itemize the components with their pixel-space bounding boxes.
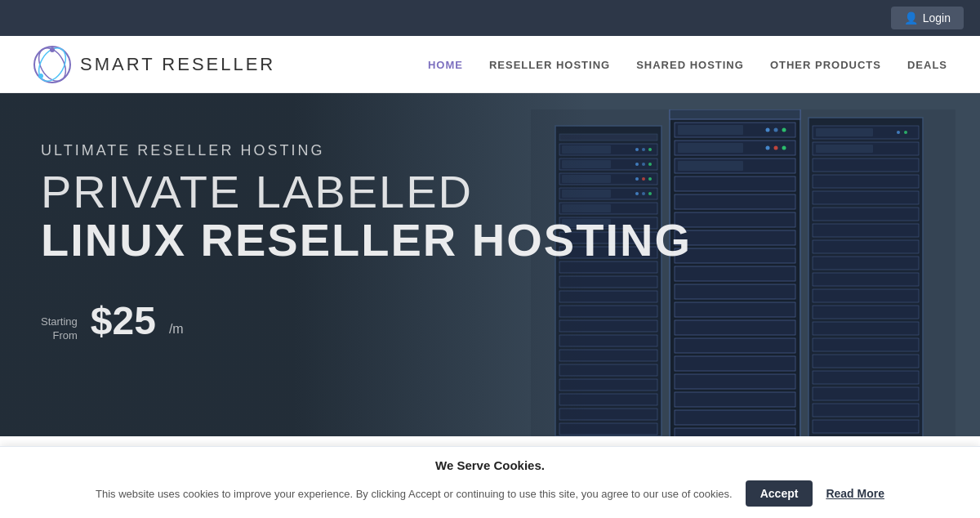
svg-point-79 <box>904 131 907 134</box>
nav-item-home[interactable]: HOME <box>428 57 463 72</box>
login-label: Login <box>923 11 951 25</box>
user-icon: 👤 <box>904 11 918 25</box>
svg-rect-85 <box>813 208 919 221</box>
svg-rect-91 <box>813 306 919 319</box>
svg-rect-89 <box>813 273 919 286</box>
svg-rect-71 <box>675 374 795 389</box>
svg-rect-65 <box>675 266 795 281</box>
nav-link-reseller[interactable]: RESELLER HOSTING <box>489 59 610 71</box>
hero-content: ULTIMATE RESELLER HOSTING PRIVATE LABELE… <box>41 142 692 343</box>
svg-rect-96 <box>813 387 919 400</box>
svg-rect-95 <box>813 371 919 384</box>
nav-item-shared[interactable]: SHARED HOSTING <box>636 57 744 72</box>
nav-link-other[interactable]: OTHER PRODUCTS <box>770 59 881 71</box>
svg-point-52 <box>782 128 786 132</box>
nav-link-shared[interactable]: SHARED HOSTING <box>636 59 744 71</box>
top-bar: 👤 Login <box>0 0 980 36</box>
svg-rect-77 <box>816 128 873 136</box>
svg-rect-74 <box>675 428 795 436</box>
svg-rect-88 <box>813 257 919 270</box>
nav-link-home[interactable]: HOME <box>428 59 463 71</box>
svg-rect-72 <box>675 392 795 407</box>
svg-point-51 <box>774 128 778 132</box>
svg-rect-69 <box>675 338 795 353</box>
site-logo[interactable]: SMART RESELLER <box>33 45 275 84</box>
svg-rect-81 <box>816 145 873 153</box>
price-value: $25 <box>91 298 156 343</box>
svg-rect-61 <box>675 194 795 209</box>
logo-text: SMART RESELLER <box>80 54 275 75</box>
main-nav: HOME RESELLER HOSTING SHARED HOSTING OTH… <box>428 57 947 72</box>
svg-rect-83 <box>813 175 919 188</box>
svg-rect-87 <box>813 240 919 253</box>
svg-rect-94 <box>813 355 919 368</box>
nav-link-deals[interactable]: DEALS <box>907 59 947 71</box>
nav-item-reseller[interactable]: RESELLER HOSTING <box>489 57 610 72</box>
svg-rect-98 <box>813 420 919 433</box>
svg-point-55 <box>766 146 770 150</box>
svg-point-78 <box>897 131 900 134</box>
hero-price: StartingFrom $25 /m <box>41 298 692 343</box>
svg-point-57 <box>782 146 786 150</box>
svg-rect-67 <box>675 302 795 317</box>
login-button[interactable]: 👤 Login <box>891 7 964 29</box>
nav-item-other[interactable]: OTHER PRODUCTS <box>770 57 881 72</box>
site-header: SMART RESELLER HOME RESELLER HOSTING SHA… <box>0 36 980 93</box>
svg-rect-84 <box>813 191 919 204</box>
svg-rect-66 <box>675 284 795 299</box>
hero-subtitle: ULTIMATE RESELLER HOSTING <box>41 142 692 159</box>
svg-rect-64 <box>675 248 795 263</box>
svg-rect-92 <box>813 322 919 335</box>
hero-section: ULTIMATE RESELLER HOSTING PRIVATE LABELE… <box>0 93 980 436</box>
svg-rect-73 <box>675 410 795 425</box>
nav-item-deals[interactable]: DEALS <box>907 57 947 72</box>
hero-title1: PRIVATE LABELED <box>41 169 692 215</box>
hero-title2: LINUX RESELLER HOSTING <box>41 215 692 266</box>
svg-rect-70 <box>675 356 795 371</box>
svg-rect-86 <box>813 224 919 237</box>
price-period: /m <box>169 322 184 337</box>
svg-rect-82 <box>813 159 919 172</box>
logo-icon <box>33 45 72 84</box>
svg-point-4 <box>38 74 43 78</box>
svg-rect-93 <box>813 338 919 351</box>
svg-rect-68 <box>675 320 795 335</box>
svg-rect-97 <box>813 404 919 417</box>
svg-rect-62 <box>675 212 795 227</box>
svg-point-3 <box>50 47 55 52</box>
svg-rect-90 <box>813 289 919 302</box>
svg-point-56 <box>774 146 778 150</box>
svg-rect-49 <box>678 125 743 135</box>
svg-rect-47 <box>670 109 800 119</box>
starting-from-label: StartingFrom <box>41 315 78 343</box>
svg-point-50 <box>766 128 770 132</box>
svg-rect-60 <box>675 176 795 191</box>
svg-rect-63 <box>675 230 795 245</box>
